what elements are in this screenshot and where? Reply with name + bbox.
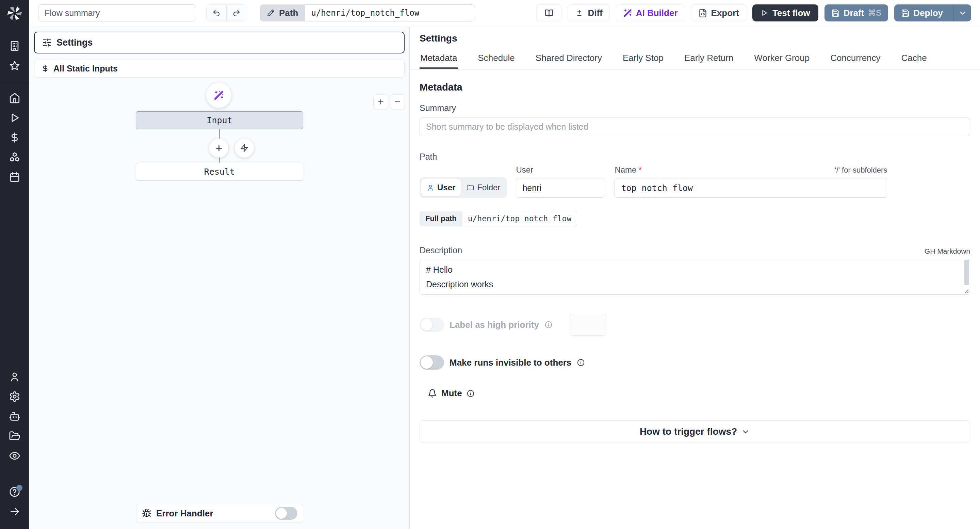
- owner-user-label: User: [437, 183, 455, 192]
- path-chip-label: Path: [279, 8, 298, 18]
- owner-folder-segment[interactable]: Folder: [461, 179, 506, 196]
- input-node-label: Input: [207, 115, 232, 125]
- flow-summary-input[interactable]: [38, 5, 196, 21]
- undo-button[interactable]: [207, 5, 226, 21]
- docs-button[interactable]: [536, 5, 562, 21]
- path-edit-button[interactable]: Path: [260, 5, 305, 21]
- description-field: # Hello Description works: [420, 259, 970, 295]
- invisible-runs-toggle[interactable]: [420, 355, 444, 370]
- zap-icon: [240, 143, 249, 153]
- how-to-trigger-label: How to trigger flows?: [640, 426, 737, 437]
- draft-label: Draft: [843, 8, 864, 18]
- name-field-header: Name* '/' for subfolders: [614, 165, 887, 175]
- sidebar-item-runs[interactable]: [0, 108, 29, 127]
- info-icon: [466, 389, 475, 398]
- sidebar-item-resources[interactable]: [0, 147, 29, 167]
- deploy-button-group: Deploy: [894, 5, 971, 21]
- path-control: Path: [260, 5, 475, 21]
- add-step-button[interactable]: [209, 139, 228, 158]
- result-node[interactable]: Result: [136, 163, 303, 180]
- tab-concurrency[interactable]: Concurrency: [830, 53, 881, 69]
- sidebar-item-workspace[interactable]: [0, 36, 29, 56]
- tab-worker-group[interactable]: Worker Group: [753, 53, 810, 69]
- invisible-runs-row: Make runs invisible to others: [420, 355, 970, 370]
- user-field-label: User: [516, 165, 605, 175]
- bell-icon: [428, 389, 437, 398]
- description-textarea[interactable]: # Hello Description works: [420, 259, 970, 295]
- app-root: Path Diff AI Builder Export: [0, 0, 980, 529]
- owner-user-segment[interactable]: User: [421, 179, 461, 196]
- settings-content: Metadata Summary Path User Fold: [410, 69, 980, 529]
- zoom-out-button[interactable]: [390, 94, 405, 109]
- sidebar-item-settings[interactable]: [0, 387, 29, 406]
- error-handler-label: Error Handler: [156, 508, 270, 519]
- file-code-icon: [698, 8, 708, 18]
- arrow-right-icon: [9, 506, 21, 518]
- sidebar-item-folders[interactable]: [0, 426, 29, 446]
- name-field-label: Name*: [614, 165, 641, 175]
- folder-open-icon: [9, 430, 21, 442]
- priority-value-input[interactable]: [569, 314, 607, 336]
- test-flow-button[interactable]: Test flow: [752, 5, 818, 21]
- path-input[interactable]: [305, 5, 475, 21]
- tab-early-return[interactable]: Early Return: [684, 53, 734, 69]
- mute-row[interactable]: Mute: [428, 388, 970, 398]
- ai-builder-button[interactable]: AI Builder: [616, 5, 685, 21]
- tab-early-stop[interactable]: Early Stop: [622, 53, 664, 69]
- all-static-inputs-label: All Static Inputs: [53, 64, 118, 73]
- undo-redo-group: [206, 5, 247, 21]
- sidebar-item-favorites[interactable]: [0, 56, 29, 76]
- all-static-inputs-card[interactable]: All Static Inputs: [34, 60, 404, 77]
- description-scrollbar[interactable]: [964, 260, 969, 285]
- sidebar-item-audit[interactable]: [0, 446, 29, 466]
- diff-button[interactable]: Diff: [568, 5, 609, 21]
- error-handler-toggle[interactable]: [275, 507, 298, 520]
- summary-input[interactable]: [420, 117, 970, 136]
- deploy-options-button[interactable]: [953, 5, 971, 21]
- boxes-icon: [9, 151, 21, 163]
- high-priority-label: Label as high priority: [450, 320, 539, 330]
- sidebar-group-workspace: [0, 36, 29, 82]
- name-field-input[interactable]: [614, 178, 887, 198]
- ai-flow-builder-fab[interactable]: [206, 83, 231, 108]
- flow-graph-panel: Settings All Static Inputs Input: [29, 26, 410, 529]
- export-button[interactable]: Export: [691, 5, 746, 21]
- input-node[interactable]: Input: [136, 111, 303, 129]
- calendar-icon: [9, 171, 21, 183]
- draft-button[interactable]: Draft ⌘S: [824, 5, 888, 21]
- deploy-button[interactable]: Deploy: [894, 5, 950, 21]
- tab-schedule[interactable]: Schedule: [477, 53, 515, 69]
- info-icon: [544, 321, 553, 329]
- sliders-icon: [42, 38, 52, 47]
- description-resize-handle[interactable]: [963, 288, 969, 293]
- user-field-input[interactable]: [516, 178, 605, 198]
- book-open-icon: [544, 8, 554, 18]
- how-to-trigger-expander[interactable]: How to trigger flows?: [420, 421, 970, 443]
- subfolders-hint: '/' for subfolders: [835, 166, 887, 175]
- flow-settings-card[interactable]: Settings: [34, 32, 404, 53]
- sidebar-item-help[interactable]: [0, 482, 29, 502]
- ai-builder-label: AI Builder: [636, 8, 678, 18]
- sidebar-item-workers[interactable]: [0, 406, 29, 426]
- sidebar-collapse-button[interactable]: [0, 502, 29, 521]
- error-handler-card[interactable]: Error Handler: [136, 504, 303, 523]
- sidebar-item-users[interactable]: [0, 367, 29, 387]
- full-path-control: Full path u/henri/top_notch_flow: [420, 211, 577, 226]
- description-label: Description: [420, 245, 462, 255]
- sidebar-item-variables[interactable]: [0, 127, 29, 147]
- high-priority-toggle[interactable]: [420, 318, 444, 332]
- tab-cache[interactable]: Cache: [901, 53, 928, 69]
- zoom-in-button[interactable]: [373, 94, 388, 109]
- toggle-knob: [421, 319, 433, 331]
- result-node-label: Result: [204, 167, 235, 177]
- toggle-knob: [276, 508, 287, 519]
- add-trigger-button[interactable]: [235, 139, 254, 158]
- sidebar-item-schedules[interactable]: [0, 167, 29, 187]
- settings-tabs: Metadata Schedule Shared Directory Early…: [410, 44, 980, 69]
- tab-metadata[interactable]: Metadata: [420, 53, 458, 69]
- windmill-logo-icon[interactable]: [5, 4, 24, 22]
- user-icon: [427, 184, 434, 191]
- sidebar-item-home[interactable]: [0, 88, 29, 108]
- tab-shared-directory[interactable]: Shared Directory: [535, 53, 603, 69]
- redo-button[interactable]: [226, 5, 246, 21]
